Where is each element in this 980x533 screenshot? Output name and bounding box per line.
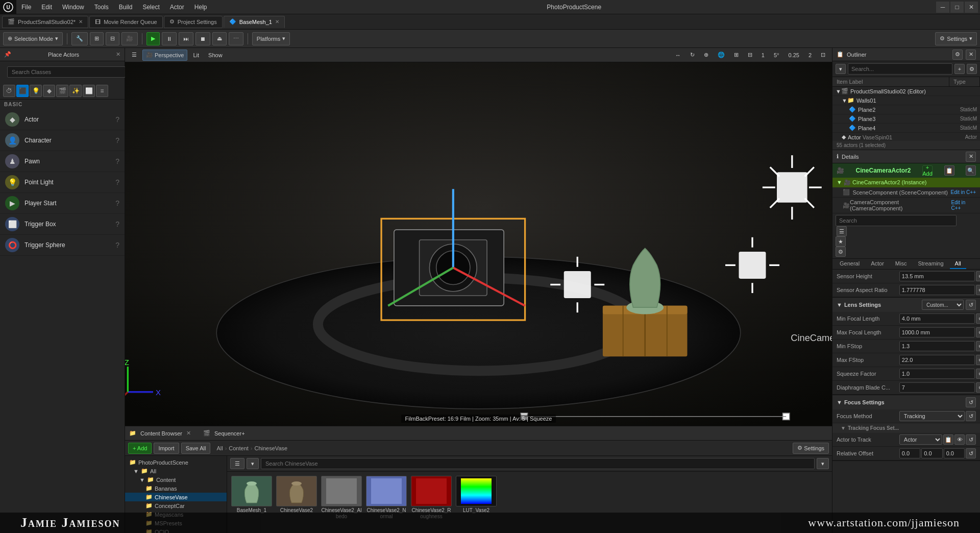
actor-track-browse[interactable]: 📋 xyxy=(943,434,953,445)
offset-x-input[interactable] xyxy=(899,448,920,458)
squeeze-reset[interactable]: ↺ xyxy=(976,369,980,379)
actor-item-trigger-sphere[interactable]: ⭕ Trigger Sphere ? xyxy=(0,235,125,256)
camera-speed-btn[interactable]: 🎥 xyxy=(121,32,138,45)
focus-method-reset[interactable]: ↺ xyxy=(966,411,976,421)
actor-track-reset[interactable]: ↺ xyxy=(966,434,976,445)
settings-button[interactable]: ⚙ Settings ▾ xyxy=(935,32,977,45)
maximize-button[interactable]: □ xyxy=(950,2,964,13)
more-options-button[interactable]: ⋯ xyxy=(229,32,243,45)
scale-gizmo-btn[interactable]: ⊕ xyxy=(700,50,712,61)
menu-edit[interactable]: Edit xyxy=(36,0,57,14)
menu-help[interactable]: Help xyxy=(189,0,212,14)
scene-component-camera[interactable]: 🎥 CameraComponent (CameraComponent) Edit… xyxy=(832,198,980,213)
character-help[interactable]: ? xyxy=(115,136,119,144)
tab-render[interactable]: 🎞 Movie Render Queue xyxy=(89,16,163,28)
options-btn[interactable]: ⚙ xyxy=(836,247,846,257)
outliner-plane3[interactable]: 🔷 Plane3 StaticM xyxy=(832,114,980,124)
focus-reset-btn[interactable]: ↺ xyxy=(966,397,976,407)
skip-button[interactable]: ⏭ xyxy=(179,32,193,45)
actor-item-character[interactable]: 👤 Character ? xyxy=(0,130,125,151)
menu-file[interactable]: File xyxy=(16,0,36,14)
focus-section-header[interactable]: ▼ Focus Settings ↺ xyxy=(832,395,980,409)
offset-reset[interactable]: ↺ xyxy=(966,448,976,458)
actor-item-actor[interactable]: ◆ Actor ? xyxy=(0,109,125,130)
point-light-help[interactable]: ? xyxy=(115,178,119,186)
trigger-sphere-help[interactable]: ? xyxy=(115,241,119,249)
lens-reset-btn[interactable]: ↺ xyxy=(966,300,976,310)
diaphragm-reset[interactable]: ↺ xyxy=(976,382,980,393)
viewports-btn[interactable]: 2 xyxy=(805,50,815,61)
scene-component-scene[interactable]: ⬛ SceneComponent (SceneComponent) Edit i… xyxy=(832,187,980,198)
scene-comp-edit[interactable]: Edit in C++ xyxy=(951,189,976,195)
asset-roughness[interactable]: ChineseVase2_Roughness xyxy=(411,476,452,520)
tab-general[interactable]: General xyxy=(835,259,865,269)
asset-albedo[interactable]: ChineseVase2_Albedo xyxy=(321,476,362,520)
tab-settings[interactable]: ⚙ Project Settings xyxy=(164,16,223,28)
breadcrumb-vase[interactable]: ChineseVase xyxy=(255,445,288,451)
tree-chinese-vase[interactable]: 📁 ChineseVase xyxy=(125,493,227,501)
import-button[interactable]: Import xyxy=(154,443,179,454)
breadcrumb-all[interactable]: All xyxy=(216,445,223,451)
menu-build[interactable]: Build xyxy=(114,0,138,14)
save-all-button[interactable]: Save All xyxy=(181,443,211,454)
outliner-filter-btn[interactable]: ▾ xyxy=(836,64,846,74)
tree-mspresets[interactable]: 📁 MSPresets xyxy=(125,519,227,527)
actor-item-trigger-box[interactable]: ⬜ Trigger Box ? xyxy=(0,214,125,235)
platforms-button[interactable]: Platforms ▾ xyxy=(252,32,290,45)
mode-button[interactable]: ⊕ Selection Mode ▾ xyxy=(3,32,63,45)
asset-filter-dropdown[interactable]: ▾ xyxy=(817,458,829,469)
outliner-plane4[interactable]: 🔷 Plane4 StaticM xyxy=(832,124,980,133)
actor-to-track-select[interactable]: None Actor Actor2 xyxy=(899,434,942,445)
outliner-settings-btn[interactable]: ⚙ xyxy=(952,50,963,60)
stop-button[interactable]: ⏹ xyxy=(195,32,210,45)
tab-all[interactable]: All xyxy=(950,259,966,269)
asset-search-input[interactable] xyxy=(261,458,815,469)
all-classes-tab[interactable]: ≡ xyxy=(96,85,108,97)
tab-actor[interactable]: Actor xyxy=(866,259,889,269)
asset-normal[interactable]: ChineseVase2_Normal xyxy=(366,476,407,520)
actor-help[interactable]: ? xyxy=(115,115,119,124)
tab-streaming[interactable]: Streaming xyxy=(913,259,948,269)
transform-btn[interactable]: 🔧 xyxy=(71,32,88,45)
zoom-btn[interactable]: 0.25 xyxy=(785,50,802,61)
world-space-btn[interactable]: 🌐 xyxy=(714,50,728,61)
breadcrumb-content[interactable]: Content xyxy=(229,445,249,451)
max-fstop-input[interactable] xyxy=(899,355,975,365)
add-component-btn[interactable]: + Add xyxy=(922,165,933,176)
camera-comp-edit[interactable]: Edit in C++ xyxy=(951,200,976,211)
lens-preset-select[interactable]: Custom... xyxy=(922,300,964,310)
outliner-root[interactable]: ▼ 🎬 ProductSmallStudio02 (Editor) xyxy=(832,87,980,96)
camera-speed-vp-btn[interactable]: 1 xyxy=(758,50,768,61)
sensor-aspect-input[interactable] xyxy=(899,285,975,295)
grid-size-btn[interactable]: ⊟ xyxy=(744,50,756,61)
tree-all[interactable]: ▼ 📁 All xyxy=(125,467,227,475)
maximize-vp-btn[interactable]: ⊡ xyxy=(817,50,829,61)
surface-snap-btn[interactable]: ⊞ xyxy=(730,50,742,61)
outliner-close-btn[interactable]: ✕ xyxy=(966,50,976,60)
sensor-height-reset[interactable]: ↺ xyxy=(976,271,980,281)
actor-item-point-light[interactable]: 💡 Point Light ? xyxy=(0,172,125,193)
content-browser-close[interactable]: ✕ xyxy=(186,430,191,437)
mesh-tab-close[interactable]: ✕ xyxy=(275,19,279,25)
tree-ocio[interactable]: 📁 OCIO xyxy=(125,527,227,533)
outliner-plane2[interactable]: 🔷 Plane2 StaticM xyxy=(832,105,980,114)
offset-z-input[interactable] xyxy=(944,448,965,458)
squeeze-input[interactable] xyxy=(899,369,975,379)
minimize-button[interactable]: ─ xyxy=(936,2,949,13)
player-start-help[interactable]: ? xyxy=(115,199,119,207)
viewport[interactable]: CineCameraActor2 X Z Y FilmBackPr xyxy=(125,62,832,426)
rotate-gizmo-btn[interactable]: ↻ xyxy=(687,50,698,61)
min-focal-reset[interactable]: ↺ xyxy=(976,313,980,324)
snap-btn[interactable]: ⊞ xyxy=(90,32,104,45)
tree-content[interactable]: ▼ 📁 Content xyxy=(125,475,227,484)
outliner-add-btn[interactable]: + xyxy=(954,64,965,74)
tree-concept-car[interactable]: 📁 ConceptCar xyxy=(125,501,227,510)
tab-mesh[interactable]: 🔷 BaseMesh_1 ✕ xyxy=(224,16,285,28)
max-fstop-reset[interactable]: ↺ xyxy=(976,355,980,365)
close-button[interactable]: ✕ xyxy=(965,2,978,13)
visual-tab[interactable]: ✨ xyxy=(69,85,82,97)
outliner-options-btn[interactable]: ⚙ xyxy=(967,64,977,74)
tree-megascans[interactable]: 📁 Megascans xyxy=(125,510,227,519)
max-focal-input[interactable] xyxy=(899,327,975,337)
trigger-box-help[interactable]: ? xyxy=(115,220,119,228)
